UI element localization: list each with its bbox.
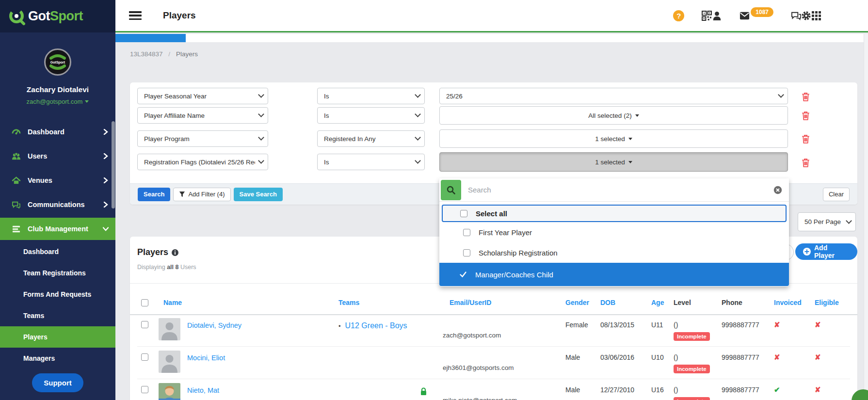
col-header-gender[interactable]: Gender: [565, 299, 600, 306]
delete-filter-icon[interactable]: [802, 134, 810, 144]
lock-icon: [420, 387, 427, 396]
chevron-right-icon: [103, 129, 109, 135]
filter-operator-select-2[interactable]: Is: [317, 107, 425, 124]
filter-multiselect-program[interactable]: 1 selected: [439, 129, 788, 148]
col-header-name[interactable]: Name: [159, 299, 338, 306]
sidebar-scrollbar[interactable]: [112, 121, 115, 208]
sidebar-item-users[interactable]: Users: [0, 145, 115, 167]
row-checkbox[interactable]: [141, 386, 148, 393]
add-player-button[interactable]: Add Player: [795, 243, 857, 260]
users-icon: [12, 152, 21, 161]
page-scrollbar[interactable]: [864, 34, 868, 400]
gotsport-app: GotSport GotSport Zachary Diotalevi zach…: [0, 0, 868, 400]
sidebar-item-club-management[interactable]: Club Management: [0, 218, 115, 240]
player-age: U16: [651, 379, 674, 394]
breadcrumb-org-id[interactable]: 13L384837: [130, 50, 163, 58]
displaying-count: Displaying all 8 Users: [137, 264, 196, 271]
check-icon: [459, 271, 467, 278]
filter-multiselect-registration-flags[interactable]: 1 selected: [439, 152, 788, 172]
progress-strip: [115, 34, 868, 42]
filter-operator-select-4[interactable]: Is: [317, 154, 425, 170]
select-caret-icon: [258, 92, 264, 98]
player-phone: 9998887777: [722, 379, 774, 394]
col-header-dob[interactable]: DOB: [600, 299, 651, 306]
select-caret-icon: [258, 111, 264, 117]
support-button[interactable]: Support: [32, 373, 83, 392]
sidebar-subitem-teams[interactable]: Teams: [0, 305, 115, 326]
row-checkbox[interactable]: [141, 321, 148, 328]
filter-field-select-2[interactable]: Player Affiliate Name: [137, 107, 268, 124]
player-level: () Incomplete: [674, 379, 722, 400]
select-caret-icon: [778, 92, 784, 98]
sidebar-subitem-players[interactable]: Players: [0, 326, 115, 348]
team-link[interactable]: U12 Green - Boys: [345, 321, 407, 330]
dropdown-search-button[interactable]: [441, 180, 461, 200]
filter-multiselect-affiliate[interactable]: All selected (2): [439, 106, 788, 125]
select-all-checkbox[interactable]: [460, 210, 467, 217]
filter-operator-select-3[interactable]: Registered In Any: [317, 130, 425, 147]
col-header-invoiced[interactable]: Invoiced: [774, 299, 815, 306]
option-checkbox[interactable]: [463, 249, 470, 256]
player-name-link[interactable]: Mocini, Eliot: [187, 354, 225, 373]
gotsport-logo[interactable]: GotSport: [0, 0, 115, 32]
sidebar-item-venues[interactable]: Venues: [0, 169, 115, 192]
dropdown-option-manager-coaches-child[interactable]: Manager/Coaches Child: [439, 263, 789, 286]
players-table-header: Name Teams Email/UserID Gender DOB Age L…: [137, 291, 850, 314]
info-icon[interactable]: [172, 249, 178, 256]
sidebar-subitem-team-registrations[interactable]: Team Registrations: [0, 262, 115, 284]
filter-field-select-1[interactable]: Player Seasonal Year: [137, 88, 268, 104]
add-filter-button[interactable]: Add Filter (4): [173, 188, 230, 201]
breadcrumb: 13L384837 / Players: [130, 50, 198, 58]
filter-operator-select-1[interactable]: Is: [317, 88, 425, 104]
dropdown-search-input[interactable]: [461, 186, 773, 194]
eligible-x-icon: ✘: [815, 379, 850, 394]
sidebar-item-communications[interactable]: Communications: [0, 193, 115, 216]
clear-button[interactable]: Clear: [823, 188, 850, 201]
col-header-age[interactable]: Age: [651, 299, 674, 306]
chat-bubbles-icon[interactable]: [791, 11, 801, 21]
filter-field-select-4[interactable]: Registration Flags (Diotalevi 25/26 Recr…: [137, 154, 268, 170]
player-dob: 08/13/2015: [600, 314, 651, 329]
help-icon[interactable]: ?: [673, 10, 684, 21]
dropdown-option-first-year-player[interactable]: First Year Player: [439, 222, 789, 242]
delete-filter-icon[interactable]: [802, 111, 810, 120]
user-email-menu[interactable]: zach@gotsport.com: [0, 98, 115, 105]
user-icon[interactable]: [712, 11, 722, 21]
player-email: zach@gotsport.com: [443, 314, 565, 339]
user-avatar[interactable]: GotSport: [44, 48, 71, 76]
per-page-select[interactable]: 50 Per Page: [798, 212, 856, 231]
qr-code-icon[interactable]: [702, 11, 712, 21]
messages-button[interactable]: 1087: [739, 11, 773, 21]
gear-icon[interactable]: [801, 11, 811, 21]
apps-grid-icon[interactable]: [811, 11, 821, 21]
clear-search-icon[interactable]: [773, 186, 782, 194]
select-all-rows-checkbox[interactable]: [141, 299, 148, 306]
sidebar-subitem-managers[interactable]: Managers: [0, 348, 115, 369]
row-checkbox[interactable]: [141, 353, 148, 361]
search-button[interactable]: Search: [138, 188, 170, 201]
delete-filter-icon[interactable]: [802, 158, 810, 167]
player-dob: 12/27/2010: [600, 379, 651, 394]
sidebar-subitem-forms-and-requests[interactable]: Forms And Requests: [0, 284, 115, 305]
select-caret-icon: [846, 218, 852, 224]
col-header-email[interactable]: Email/UserID: [443, 299, 565, 306]
delete-filter-icon[interactable]: [802, 92, 810, 101]
save-search-button[interactable]: Save Search: [234, 188, 283, 201]
col-header-eligible[interactable]: Eligible: [815, 299, 850, 306]
filter-field-select-3[interactable]: Player Program: [137, 130, 268, 147]
select-all-option[interactable]: Select all: [442, 205, 787, 222]
sidebar-subitem-dashboard[interactable]: Dashboard: [0, 241, 115, 262]
option-checkbox[interactable]: [463, 229, 470, 236]
eligible-x-icon: ✘: [815, 314, 850, 329]
sidebar-item-dashboard[interactable]: Dashboard: [0, 121, 115, 143]
chat-icon: [12, 200, 21, 209]
menu-toggle-icon[interactable]: [129, 11, 142, 20]
player-name-link[interactable]: Nieto, Mat: [187, 386, 219, 400]
incomplete-badge: Incomplete: [674, 365, 710, 373]
player-name-link[interactable]: Diotalevi, Sydney: [187, 321, 241, 340]
col-header-teams[interactable]: Teams: [338, 299, 443, 306]
dropdown-option-scholarship-registration[interactable]: Scholarship Registration: [439, 242, 789, 263]
player-gender: Male: [565, 347, 600, 361]
filter-value-select-1[interactable]: 25/26: [439, 88, 788, 104]
team-bullet: •: [338, 322, 341, 330]
